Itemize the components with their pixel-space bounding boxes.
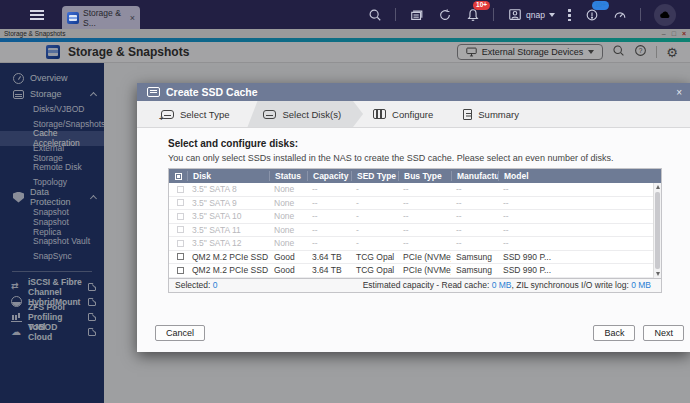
column-header-disk[interactable]: Disk [187,171,269,181]
cell-disk: QM2 M.2 PCIe SSD 3-2 [187,265,269,275]
table-row[interactable]: QM2 M.2 PCIe SSD 3-1 Good 3.64 TB TCG Op… [169,251,661,265]
column-header-manufacturer[interactable]: Manufactur.. [451,171,498,181]
cell-bus-type: -- [398,211,451,221]
resource-monitor-icon[interactable] [612,7,627,22]
table-row: 3.5" SATA 8 None -- - -- -- -- [169,183,661,197]
cell-disk: 3.5" SATA 9 [187,198,269,208]
cell-disk: 3.5" SATA 11 [187,225,269,235]
cell-bus-type: -- [398,198,451,208]
cell-capacity: -- [307,211,351,221]
cell-capacity: 3.64 TB [307,252,351,262]
cell-sed-type: - [351,211,398,221]
tab-close-icon[interactable]: × [130,13,135,23]
cell-capacity: -- [307,184,351,194]
cell-manufacturer: Samsung [451,252,498,262]
more-options-icon[interactable] [568,8,571,21]
cancel-button[interactable]: Cancel [155,325,205,341]
row-checkbox [177,199,184,206]
disk-table-body: 3.5" SATA 8 None -- - -- -- -- 3.5" SATA… [169,183,661,278]
cell-disk: 3.5" SATA 12 [187,238,269,248]
column-header-model[interactable]: Model [498,171,661,181]
disk-table: Disk Status Capacity SED Type Bus Type M… [168,168,662,293]
row-checkbox[interactable] [177,253,184,260]
disk-icon [263,110,276,119]
notifications-bell-icon[interactable]: 10+ [465,7,480,22]
app-tab-storage-snapshots[interactable]: Storage & S... × [62,6,140,29]
cell-model: -- [498,184,661,194]
cell-sed-type: TCG Opal [351,252,398,262]
cell-model: -- [498,238,661,248]
cell-sed-type: - [351,225,398,235]
table-row[interactable]: QM2 M.2 PCIe SSD 3-2 Good 3.64 TB TCG Op… [169,264,661,278]
user-name: qnap [526,10,545,20]
notice-board-icon[interactable] [409,7,424,22]
column-header-capacity[interactable]: Capacity [307,171,351,181]
column-header-bus-type[interactable]: Bus Type [398,171,451,181]
cell-status: None [269,198,307,208]
desktop-topbar: Storage & S... × 10+ qnap [0,0,690,29]
row-checkbox [177,213,184,220]
disk-table-header: Disk Status Capacity SED Type Bus Type M… [169,169,661,183]
table-row: 3.5" SATA 10 None -- - -- -- -- [169,210,661,224]
topbar-divider [640,8,641,21]
user-avatar-icon [507,7,522,22]
background-tasks-icon[interactable]: 10+ [584,7,599,22]
cell-manufacturer: -- [451,211,498,221]
disk-add-icon [161,110,174,119]
cell-bus-type: PCIe (NVMe) [398,265,451,275]
cell-disk: 3.5" SATA 10 [187,211,269,221]
cell-capacity: -- [307,198,351,208]
row-checkbox [177,226,184,233]
table-row: 3.5" SATA 9 None -- - -- -- -- [169,197,661,211]
step-label: Configure [392,109,433,120]
back-button[interactable]: Back [593,325,635,341]
table-row: 3.5" SATA 12 None -- - -- -- -- [169,237,661,251]
task-badge: 10+ [592,1,609,10]
cell-capacity: -- [307,225,351,235]
step-select-disks: Select Disk(s) [247,101,363,127]
column-header-status[interactable]: Status [269,171,307,181]
cell-model: -- [498,198,661,208]
notification-badge: 10+ [473,1,490,10]
cell-status: None [269,211,307,221]
cell-bus-type: -- [398,184,451,194]
step-label: Select Disk(s) [282,109,341,120]
next-button[interactable]: Next [643,325,684,341]
step-select-type: Select Type [151,101,247,127]
scrollbar-thumb[interactable] [655,192,660,269]
step-label: Select Type [180,109,229,120]
cell-status: None [269,225,307,235]
app-tab-label: Storage & S... [83,8,124,28]
cell-status: None [269,238,307,248]
cell-bus-type: -- [398,225,451,235]
row-checkbox [177,186,184,193]
cell-status: Good [269,265,307,275]
sync-security-icon[interactable] [437,7,452,22]
dialog-title: Create SSD Cache [166,86,258,98]
row-checkbox[interactable] [177,267,184,274]
cell-disk: QM2 M.2 PCIe SSD 3-1 [187,252,269,262]
selected-count: 0 [213,280,218,290]
main-menu-icon[interactable] [30,10,44,20]
column-header-sed-type[interactable]: SED Type [351,171,398,181]
storage-app-icon [67,12,79,24]
table-scrollbar[interactable] [653,183,661,278]
section-description: You can only select SSDs installed in th… [168,153,662,163]
cell-sed-type: - [351,184,398,194]
configure-icon [373,109,386,119]
caret-down-icon [549,13,555,17]
scroll-down-icon[interactable] [654,270,661,278]
scroll-up-icon[interactable] [654,183,661,191]
search-icon[interactable] [367,7,382,22]
cell-model: -- [498,211,661,221]
user-menu[interactable]: qnap [507,7,555,22]
select-all-checkbox[interactable] [175,173,182,180]
write-log-value: 0 MB [631,280,651,290]
topbar-divider [395,8,396,21]
dialog-close-icon[interactable]: × [676,87,682,98]
cell-capacity: -- [307,238,351,248]
cell-status: Good [269,252,307,262]
cell-sed-type: - [351,238,398,248]
cell-manufacturer: -- [451,198,498,208]
myqnapcloud-icon[interactable] [654,4,676,26]
